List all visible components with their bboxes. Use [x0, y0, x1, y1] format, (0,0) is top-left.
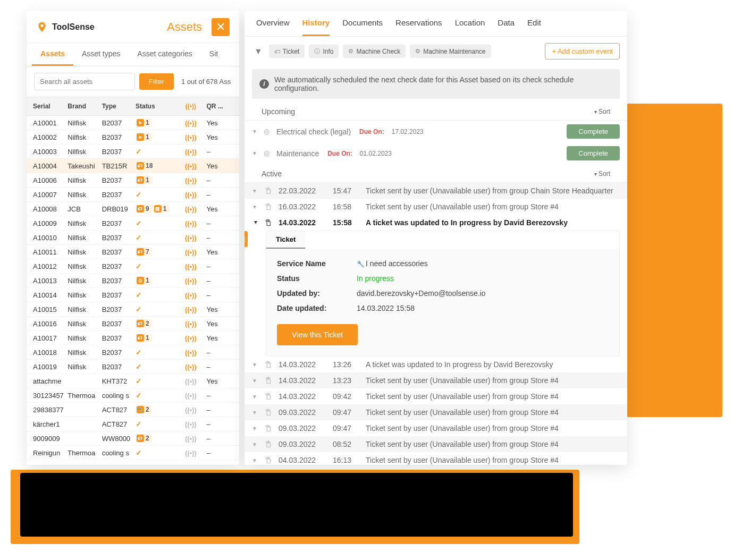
doc-icon: ▤ — [154, 205, 162, 213]
history-item[interactable]: ▼🏷09.03.202209:47Ticket sent by user (Un… — [245, 420, 627, 436]
asset-row[interactable]: ReinigunThermoacooling s✓((•))– — [27, 446, 239, 460]
col-iot[interactable]: ((•)) — [175, 103, 206, 110]
cell-iot: ((•)) — [175, 420, 206, 428]
resize-handle[interactable] — [245, 231, 248, 247]
filter-chip-info[interactable]: ⓘInfo — [309, 45, 339, 58]
history-item[interactable]: ▼🏷09.03.202208:52Ticket sent by user (Un… — [245, 436, 627, 452]
filter-chip-machine-check[interactable]: ⚙Machine Check — [343, 45, 406, 58]
asset-row[interactable]: A10004TakeushiTB215R🏷18((•))Yes — [27, 159, 239, 173]
complete-button[interactable]: Complete — [567, 124, 620, 139]
tag-icon: 🏷 — [264, 203, 273, 210]
cell-type: ACT827 — [102, 420, 136, 428]
signal-icon: ((•)) — [185, 248, 197, 256]
detail-tab-overview[interactable]: Overview — [256, 18, 290, 36]
asset-row[interactable]: A10013NilfiskB2037⎙1((•))– — [27, 274, 239, 288]
cell-type: B2037 — [102, 334, 136, 342]
asset-row[interactable]: attachmeThermoacooling s✓((•))– — [27, 460, 239, 465]
col-qr[interactable]: QR ... — [207, 103, 233, 110]
history-item[interactable]: ▼🏷14.03.202213:23Ticket sent by user (Un… — [245, 372, 627, 388]
history-item[interactable]: ▼🏷22.03.202215:47Ticket sent by user (Un… — [245, 183, 627, 199]
close-button[interactable]: ✕ — [212, 18, 230, 36]
detail-tab-edit[interactable]: Edit — [527, 18, 541, 36]
history-desc: Ticket sent by user (Unavailable user) f… — [366, 440, 620, 448]
cell-type: B2037 — [102, 133, 136, 141]
detail-tab-location[interactable]: Location — [455, 18, 485, 36]
asset-row[interactable]: 30123457Thermoacooling s✓((•))– — [27, 388, 239, 403]
left-tab-assets[interactable]: Assets — [32, 43, 73, 66]
chevron-icon[interactable]: ▼ — [252, 457, 258, 463]
left-tab-asset-categories[interactable]: Asset categories — [129, 43, 201, 66]
status-badge: ▤1 — [153, 205, 170, 213]
filter-chip-ticket[interactable]: 🏷Ticket — [269, 45, 305, 58]
detail-tab-reservations[interactable]: Reservations — [395, 18, 442, 36]
asset-row[interactable]: A10006NilfiskB2037🏷1((•))– — [27, 173, 239, 188]
chevron-down-icon[interactable]: ▼ — [252, 129, 258, 134]
col-type[interactable]: Type — [102, 103, 136, 110]
chevron-icon[interactable]: ▼ — [252, 426, 258, 431]
asset-row[interactable]: A10001NilfiskB2037➤1((•))Yes — [27, 116, 239, 130]
search-input[interactable] — [34, 73, 135, 90]
asset-row[interactable]: kärcher1ACT827✓((•))– — [27, 417, 239, 431]
asset-row[interactable]: A10011NilfiskB2037🏷7((•))Yes — [27, 245, 239, 259]
asset-row[interactable]: 9009009WW8000🏷2((•))– — [27, 431, 239, 446]
asset-row[interactable]: A10009NilfiskB2037✓((•))– — [27, 216, 239, 231]
upcoming-title: Upcoming — [262, 107, 295, 116]
asset-row[interactable]: A10018NilfiskB2037✓((•))– — [27, 345, 239, 360]
filter-chip-machine-maintenance[interactable]: ⚙Machine Maintenance — [410, 45, 491, 58]
cell-qr: – — [207, 392, 233, 400]
asset-row[interactable]: A10016NilfiskB2037🏷2((•))Yes — [27, 317, 239, 331]
asset-row[interactable]: A10003NilfiskB2037✓((•))– — [27, 145, 239, 159]
left-tab-sit[interactable]: Sit — [201, 43, 226, 66]
chevron-icon[interactable]: ▼ — [252, 362, 258, 368]
history-item[interactable]: ▼🏷04.03.202216:13Ticket sent by user (Un… — [245, 452, 627, 465]
history-item[interactable]: ▼🏷16.03.202216:58Ticket sent by user (Un… — [245, 199, 627, 215]
complete-button[interactable]: Complete — [567, 146, 620, 160]
chevron-icon[interactable]: ▼ — [252, 394, 258, 400]
col-brand[interactable]: Brand — [68, 103, 102, 110]
detail-tab-documents[interactable]: Documents — [342, 18, 383, 36]
history-item[interactable]: ▼🏷14.03.202213:26A ticket was updated to… — [245, 357, 627, 372]
cell-serial: A10014 — [33, 291, 68, 299]
asset-row[interactable]: A10014NilfiskB2037✓((•))– — [27, 288, 239, 302]
chevron-icon[interactable]: ▼ — [252, 188, 258, 194]
col-status[interactable]: Status — [136, 103, 175, 110]
chevron-icon[interactable]: ▼ — [252, 204, 258, 210]
asset-row[interactable]: A10010NilfiskB2037✓((•))– — [27, 231, 239, 245]
chevron-icon[interactable]: ▼ — [252, 442, 258, 447]
active-sort[interactable]: Sort — [594, 170, 610, 177]
asset-row[interactable]: A10019NilfiskB2037✓((•))– — [27, 360, 239, 374]
cell-serial: A10009 — [33, 219, 68, 227]
history-item[interactable]: ▼🏷14.03.202209:42Ticket sent by user (Un… — [245, 388, 627, 404]
filter-icon[interactable]: ▼ — [252, 47, 265, 56]
cell-serial: A10004 — [33, 162, 68, 170]
cell-iot: ((•)) — [175, 234, 206, 242]
col-serial[interactable]: Serial — [33, 103, 68, 110]
upcoming-sort[interactable]: Sort — [594, 108, 610, 115]
filter-button[interactable]: Filter — [139, 73, 174, 90]
asset-row[interactable]: A10008JCBDRB019🏷9▤1((•))Yes — [27, 202, 239, 216]
chevron-down-icon[interactable]: ▼ — [252, 150, 258, 156]
add-custom-event-button[interactable]: Add custom event — [545, 43, 620, 60]
history-item[interactable]: ▼🏷09.03.202209:47Ticket sent by user (Un… — [245, 404, 627, 420]
detail-tab-data[interactable]: Data — [498, 18, 515, 36]
asset-row[interactable]: A10002NilfiskB2037➤1((•))Yes — [27, 130, 239, 145]
cell-brand: Nilfisk — [68, 119, 102, 127]
asset-row[interactable]: A10007NilfiskB2037✓((•))– — [27, 188, 239, 202]
asset-row[interactable]: A10015NilfiskB2037✓((•))Yes — [27, 302, 239, 317]
detail-tab-history[interactable]: History — [302, 18, 330, 36]
chevron-icon[interactable]: ▼ — [252, 378, 258, 384]
left-tab-asset-types[interactable]: Asset types — [73, 43, 129, 66]
ticket-tab[interactable]: Ticket — [266, 231, 305, 249]
signal-icon: ((•)) — [185, 463, 197, 465]
asset-row[interactable]: attachmeKHT372✓((•))Yes — [27, 374, 239, 388]
asset-row[interactable]: 29838377ACT827🔧2((•))– — [27, 403, 239, 417]
view-ticket-button[interactable]: View this Ticket — [277, 324, 358, 345]
history-item[interactable]: ▲🏷14.03.202215:58A ticket was updated to… — [245, 215, 627, 231]
status-badge: 🏷2 — [136, 434, 152, 443]
asset-row[interactable]: A10017NilfiskB2037🏷1((•))Yes — [27, 331, 239, 345]
cell-qr: – — [207, 406, 233, 414]
cell-status: 🏷2 — [136, 319, 175, 328]
chevron-icon[interactable]: ▼ — [252, 410, 258, 415]
chevron-icon[interactable]: ▲ — [252, 220, 258, 226]
asset-row[interactable]: A10012NilfiskB2037✓((•))– — [27, 259, 239, 274]
